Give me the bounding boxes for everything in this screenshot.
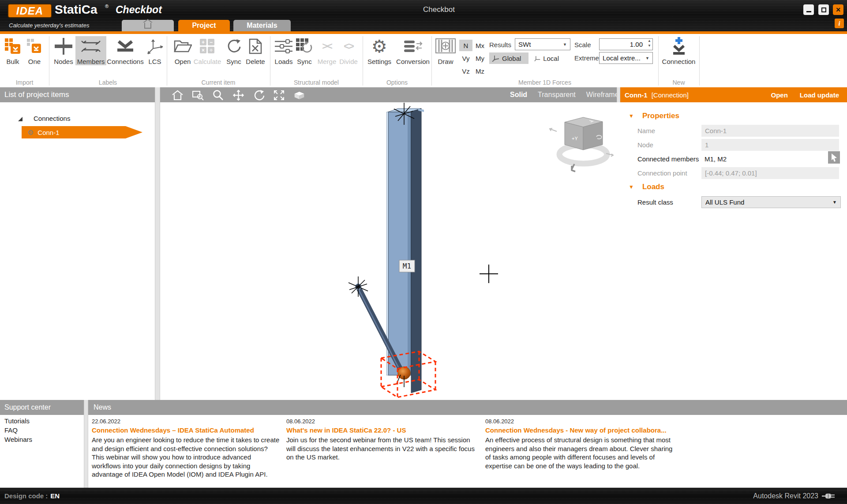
scene-3d: +Y (160, 102, 620, 400)
svg-text:×: × (202, 47, 205, 53)
merge-icon: >< (322, 41, 332, 52)
fit-view-button[interactable] (273, 89, 285, 101)
connections-button[interactable]: Connections (107, 36, 143, 65)
tree-root-connections[interactable]: Connections (34, 115, 70, 122)
news-article-1[interactable]: 22.06.2022 Connection Wednesdays – IDEA … (92, 418, 281, 479)
nodes-button[interactable]: Nodes (52, 36, 75, 65)
link-tutorials[interactable]: Tutorials (4, 417, 32, 426)
extreme-label: Extreme (574, 54, 599, 62)
solid-view-icon[interactable] (293, 89, 305, 101)
home-icon (144, 22, 151, 29)
app-name: Checkbot (116, 4, 162, 16)
force-mx-button[interactable]: Mx (473, 40, 487, 51)
left-splitter[interactable] (155, 87, 160, 400)
tab-project[interactable]: Project (178, 20, 230, 31)
select-members-button[interactable] (828, 151, 840, 164)
news-article-2[interactable]: 08.06.2022 What's new in IDEA StatiCa 22… (286, 418, 480, 462)
bulk-import-button[interactable]: Bulk (3, 36, 23, 65)
spin-up-icon[interactable]: ▲ (648, 39, 651, 43)
sync-model-button[interactable]: Sync (294, 36, 315, 65)
view-home-button[interactable] (172, 89, 184, 101)
tree-expander-icon[interactable] (18, 117, 22, 121)
one-import-icon (27, 36, 42, 56)
name-field: Conn-1 (701, 125, 839, 137)
zoom-button[interactable] (212, 89, 224, 101)
open-connection-button[interactable]: Open (771, 91, 787, 99)
conversion-button[interactable]: Conversion (392, 36, 434, 65)
result-class-dropdown[interactable]: All ULS Fund ▼ (701, 196, 841, 208)
connected-members-value: M1, M2 (705, 153, 727, 165)
info-button[interactable]: i (835, 19, 844, 28)
crosshair-cursor (480, 265, 498, 283)
extreme-dropdown[interactable]: Local extre... ▼ (599, 52, 653, 64)
spin-down-icon[interactable]: ▼ (648, 44, 651, 48)
ribbon-group-structural-model: Loads Sync >< Merge <> Divide Structural… (270, 34, 363, 87)
spinner-arrows[interactable]: ▲ ▼ (648, 39, 651, 48)
tree-item-conn-1[interactable]: ⚙ Conn-1 (22, 126, 142, 138)
connection-point-label: Connection point (637, 167, 687, 179)
loads-section-header[interactable]: ▼ Loads (629, 183, 664, 191)
draw-forces-button[interactable]: Draw (434, 36, 457, 65)
news-date: 22.06.2022 (92, 418, 281, 425)
news-title[interactable]: Connection Wednesdays - New way of proje… (485, 426, 679, 434)
viewport-3d[interactable]: +Y (160, 102, 620, 400)
force-vy-button[interactable]: Vy (459, 52, 472, 64)
integration-status: Autodesk Revit 2023 (753, 492, 835, 500)
results-dropdown[interactable]: SWt ▼ (515, 38, 570, 50)
global-axes-icon (492, 55, 500, 62)
local-toggle[interactable]: Local (532, 52, 562, 64)
zoom-window-button[interactable] (192, 89, 204, 101)
collapse-triangle-icon[interactable]: ▼ (629, 113, 634, 119)
news-title[interactable]: What's new in IDEA StatiCa 22.0? - US (286, 426, 480, 434)
force-vz-button[interactable]: Vz (459, 65, 472, 77)
mode-transparent[interactable]: Transparent (538, 91, 576, 99)
link-webinars[interactable]: Webinars (4, 435, 32, 444)
close-button[interactable]: ✕ (833, 4, 843, 15)
global-toggle[interactable]: Global (489, 52, 528, 64)
force-n-button[interactable]: N (459, 40, 472, 51)
properties-section-header[interactable]: ▼ Properties (629, 112, 679, 120)
close-icon: ✕ (836, 6, 841, 13)
project-items-header: List of project items (0, 87, 155, 102)
mode-solid[interactable]: Solid (510, 91, 527, 99)
force-mz-button[interactable]: Mz (473, 65, 487, 77)
mode-wireframe[interactable]: Wireframe (586, 91, 619, 99)
logo-text: IDEA (16, 5, 43, 17)
news-title[interactable]: Connection Wednesdays – IDEA StatiCa Aut… (92, 426, 281, 434)
scale-spinner[interactable]: ▲ ▼ (599, 38, 653, 50)
new-connection-button[interactable]: Connection (660, 36, 698, 65)
delete-icon (248, 36, 262, 56)
result-class-label: Result class (637, 196, 673, 208)
maximize-button[interactable] (818, 4, 829, 15)
design-code-value: EN (50, 492, 60, 500)
pan-button[interactable] (232, 89, 244, 101)
svg-text:+Y: +Y (572, 136, 578, 141)
plug-icon (822, 493, 835, 499)
window-title: Checkbot (379, 5, 498, 14)
group-label-member-forces: Member 1D Forces (431, 79, 658, 86)
ribbon-group-labels: Nodes Members Connections LCS Labe (49, 34, 167, 87)
members-button[interactable]: Members (75, 36, 106, 65)
lcs-icon (146, 36, 164, 56)
view-cube[interactable]: +Y (550, 117, 613, 172)
delete-item-button[interactable]: Delete (242, 36, 269, 65)
lcs-button[interactable]: LCS (144, 36, 165, 65)
sync-item-button[interactable]: Sync (223, 36, 244, 65)
load-update-button[interactable]: Load update (800, 91, 839, 99)
link-faq[interactable]: FAQ (4, 426, 32, 435)
tab-home[interactable] (122, 20, 174, 31)
connection-type: [Connection] (652, 91, 689, 99)
settings-button[interactable]: ⚙ Settings (364, 36, 395, 65)
loads-button[interactable]: Loads (272, 36, 296, 65)
collapse-triangle-icon[interactable]: ▼ (629, 184, 634, 190)
conversion-icon (403, 36, 423, 56)
rotate-button[interactable] (253, 89, 265, 101)
minimize-button[interactable] (803, 4, 814, 15)
news-article-3[interactable]: 08.06.2022 Connection Wednesdays - New w… (485, 418, 679, 470)
tab-materials[interactable]: Materials (233, 20, 291, 31)
one-import-button[interactable]: One (25, 36, 44, 65)
scale-input[interactable] (600, 39, 652, 50)
force-my-button[interactable]: My (473, 52, 487, 64)
group-label-import: Import (0, 79, 49, 86)
calculate-button: +−×÷ Calculate (190, 36, 225, 65)
